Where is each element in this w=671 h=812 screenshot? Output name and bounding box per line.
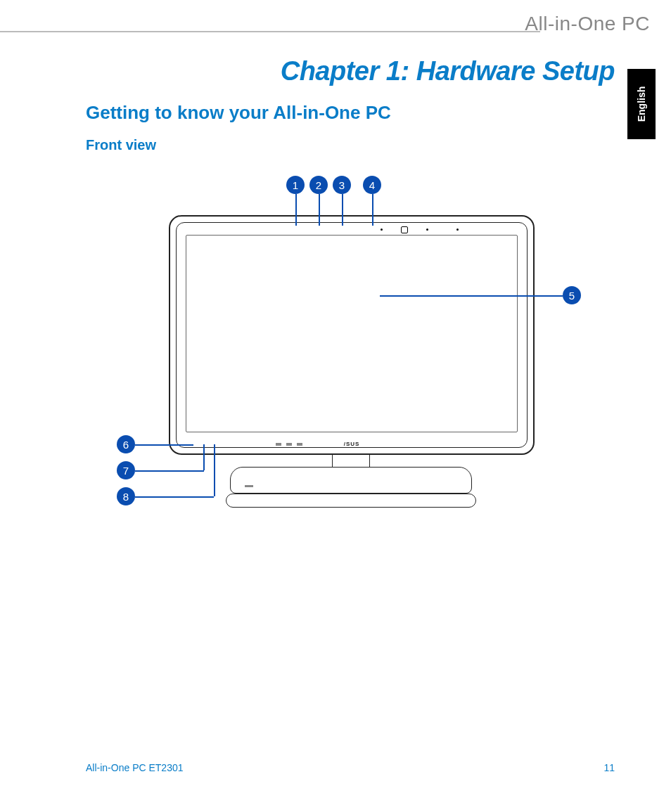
monitor-screen <box>186 235 518 432</box>
brand-title: All-in-One PC <box>525 13 650 35</box>
microphone-icon <box>455 227 459 231</box>
subsection-title: Front view <box>86 137 156 153</box>
front-view-diagram: 1 2 3 4 5 6 7 8 /SUS <box>84 176 591 569</box>
callout-3-line <box>342 194 343 226</box>
section-title: Getting to know your All-in-One PC <box>86 102 391 124</box>
language-label: English <box>636 86 647 122</box>
sensor-led-icon <box>379 227 383 231</box>
callout-1-line <box>295 194 297 226</box>
callout-6-line <box>135 444 193 446</box>
monitor-frame: /SUS <box>169 215 535 455</box>
callout-8-line-h <box>135 496 214 498</box>
footer-page-number: 11 <box>603 762 615 773</box>
callout-5-line <box>380 295 563 297</box>
asus-logo: /SUS <box>344 441 360 447</box>
monitor-base-top <box>230 467 472 494</box>
callout-8-line-v <box>214 444 215 496</box>
callout-7-line-v <box>203 444 205 470</box>
webcam-icon <box>402 227 406 231</box>
callout-6: 6 <box>117 435 135 453</box>
callout-7-line-h <box>135 470 204 472</box>
indicator-icon-2 <box>286 443 292 446</box>
monitor-base-bottom <box>226 494 476 508</box>
callout-5: 5 <box>563 286 581 304</box>
sensor-dot-icon <box>425 227 429 231</box>
language-tab: English <box>627 69 656 139</box>
callout-3: 3 <box>333 176 351 194</box>
indicator-icon-1 <box>276 443 281 446</box>
callout-7: 7 <box>117 461 135 479</box>
callout-2-line <box>319 194 320 226</box>
callout-1: 1 <box>286 176 305 194</box>
chapter-title: Chapter 1: Hardware Setup <box>281 56 615 86</box>
header-rule <box>0 31 540 32</box>
callout-2: 2 <box>309 176 328 194</box>
indicator-icon-3 <box>297 443 302 446</box>
footer-model: All-in-One PC ET2301 <box>86 762 184 773</box>
callout-4: 4 <box>363 176 381 194</box>
callout-4-line <box>372 194 373 226</box>
callout-8: 8 <box>117 487 135 505</box>
